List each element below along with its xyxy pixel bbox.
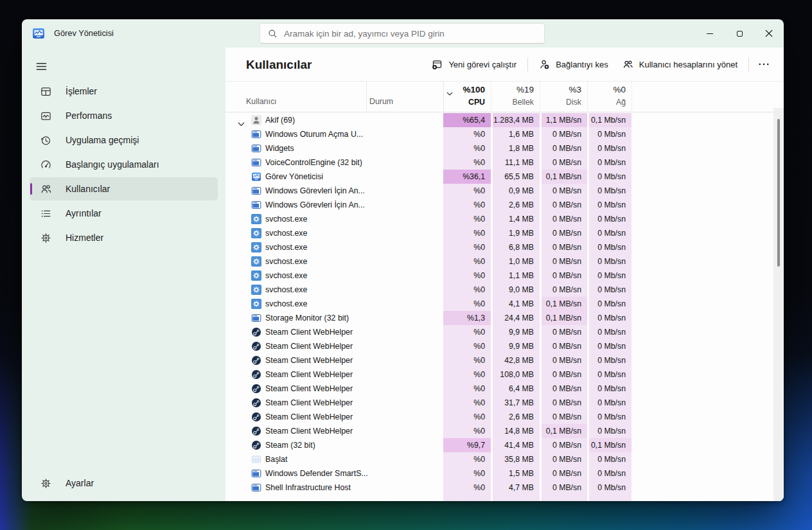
table-row[interactable]: Steam (32 bit) %9,7 41,4 MB 0 MB/sn 0,1 … bbox=[225, 438, 784, 452]
disk-cell: 0 MB/sn bbox=[542, 198, 587, 212]
column-header-memory[interactable]: %19 Bellek bbox=[493, 82, 540, 112]
sidebar-item-baslangic-uygulamalari[interactable]: Başlangıç uygulamaları bbox=[30, 153, 218, 176]
sidebar-item-ayarlar[interactable]: Ayarlar bbox=[30, 472, 218, 495]
toolbar-button-new-task[interactable]: Yeni görevi çalıştır bbox=[425, 54, 524, 75]
vertical-scrollbar[interactable] bbox=[773, 108, 784, 501]
column-separator bbox=[631, 82, 632, 112]
service-gear-icon bbox=[251, 285, 261, 295]
memory-cell: 6,4 MB bbox=[493, 382, 540, 396]
process-name: Steam Client WebHelper bbox=[265, 410, 353, 424]
table-row[interactable]: Steam Client WebHelper %0 14,8 MB 0,1 MB… bbox=[225, 424, 784, 438]
disk-cell: 0 MB/sn bbox=[542, 269, 587, 283]
table-row[interactable]: svchost.exe %0 9,0 MB 0 MB/sn 0 Mb/sn bbox=[225, 283, 784, 297]
memory-cell: 9,0 MB bbox=[493, 283, 540, 297]
network-cell: 0 Mb/sn bbox=[589, 283, 631, 297]
table-row[interactable]: Windows Görevleri İçin An... %0 0,9 MB 0… bbox=[225, 184, 784, 198]
process-name: svchost.exe bbox=[265, 226, 307, 240]
process-name: svchost.exe bbox=[265, 212, 307, 226]
column-header-disk[interactable]: %3 Disk bbox=[542, 82, 587, 112]
process-name: Windows Defender SmartS... bbox=[265, 466, 368, 481]
scrollbar-thumb[interactable] bbox=[777, 119, 780, 267]
table-row[interactable]: Akif (69) %65,4 1.283,4 MB 1,1 MB/sn 0,1… bbox=[225, 113, 784, 127]
table-row[interactable]: svchost.exe %0 6,8 MB 0 MB/sn 0 Mb/sn bbox=[225, 240, 784, 254]
disconnect-user-icon bbox=[539, 59, 550, 70]
table-row[interactable]: Steam Client WebHelper %0 2,6 MB 0 MB/sn… bbox=[225, 410, 784, 424]
disk-cell: 0 MB/sn bbox=[542, 466, 587, 481]
steam-icon bbox=[251, 440, 261, 450]
processes-icon bbox=[40, 85, 53, 98]
column-header-network[interactable]: %0 Ağ bbox=[589, 82, 631, 112]
disk-cell: 0 MB/sn bbox=[542, 141, 587, 155]
network-cell bbox=[589, 495, 631, 501]
disk-cell: 0 MB/sn bbox=[542, 212, 587, 226]
table-row[interactable]: VoiceControlEngine (32 bit) %0 11,1 MB 0… bbox=[225, 155, 784, 170]
memory-cell: 9,9 MB bbox=[493, 325, 540, 339]
process-name: Widgets bbox=[265, 141, 294, 155]
table-row[interactable]: svchost.exe %0 1,9 MB 0 MB/sn 0 Mb/sn bbox=[225, 226, 784, 240]
column-header-cpu[interactable]: %100 CPU bbox=[443, 82, 491, 112]
table-row[interactable]: Windows Görevleri İçin An... %0 2,6 MB 0… bbox=[225, 198, 784, 212]
table-row[interactable]: Steam Client WebHelper %0 9,9 MB 0 MB/sn… bbox=[225, 339, 784, 353]
toolbar-button-manage-accounts[interactable]: Kullanıcı hesaplarını yönet bbox=[615, 54, 745, 75]
table-row[interactable]: svchost.exe %0 1,4 MB 0 MB/sn 0 Mb/sn bbox=[225, 212, 784, 226]
sidebar-item-islemler[interactable]: İşlemler bbox=[30, 80, 218, 103]
sidebar-item-uygulama-gecmisi[interactable]: Uygulama geçmişi bbox=[30, 128, 218, 152]
cpu-cell: %36,1 bbox=[443, 170, 491, 184]
table-row[interactable]: Başlat %0 35,8 MB 0 MB/sn 0 Mb/sn bbox=[225, 452, 784, 466]
search-input[interactable] bbox=[284, 29, 536, 39]
memory-cell: 1,0 MB bbox=[493, 254, 540, 269]
network-cell: 0 Mb/sn bbox=[589, 353, 631, 367]
sidebar-item-ayrintilar[interactable]: Ayrıntılar bbox=[30, 202, 218, 225]
memory-cell: 1.283,4 MB bbox=[493, 113, 540, 127]
disk-cell: 0 MB/sn bbox=[542, 339, 587, 353]
more-options-button[interactable] bbox=[753, 54, 775, 75]
service-gear-icon bbox=[251, 214, 261, 224]
table-row[interactable]: Windows Defender SmartS... %0 1,5 MB 0 M… bbox=[225, 466, 784, 481]
cpu-cell: %0 bbox=[443, 184, 491, 198]
table-row[interactable]: Steam Client WebHelper %0 31,7 MB 0 MB/s… bbox=[225, 396, 784, 410]
minimize-button[interactable] bbox=[695, 19, 725, 48]
table-row[interactable]: Steam Client WebHelper %0 42,8 MB 0 MB/s… bbox=[225, 353, 784, 367]
process-name: Steam Client WebHelper bbox=[265, 396, 353, 410]
table-row[interactable]: Steam Client WebHelper %0 9,9 MB 0 MB/sn… bbox=[225, 325, 784, 339]
maximize-button[interactable] bbox=[725, 19, 754, 48]
memory-cell: 6,8 MB bbox=[493, 240, 540, 254]
sidebar-item-performans[interactable]: Performans bbox=[30, 104, 218, 127]
memory-cell: 4,1 MB bbox=[493, 297, 540, 311]
table-row[interactable]: Storage Monitor (32 bit) %1,3 24,4 MB 0,… bbox=[225, 311, 784, 325]
table-row[interactable]: svchost.exe %0 1,1 MB 0 MB/sn 0 Mb/sn bbox=[225, 269, 784, 283]
disk-cell: 0 MB/sn bbox=[542, 240, 587, 254]
table-row[interactable]: Steam Client WebHelper %0 108,0 MB 0 MB/… bbox=[225, 367, 784, 382]
cpu-cell: %9,7 bbox=[443, 438, 491, 452]
hamburger-icon bbox=[35, 60, 48, 73]
disk-cell: 0 MB/sn bbox=[542, 127, 587, 141]
cpu-cell: %0 bbox=[443, 466, 491, 481]
cpu-cell: %0 bbox=[443, 141, 491, 155]
memory-cell: 1,5 MB bbox=[493, 466, 540, 481]
network-cell: 0 Mb/sn bbox=[589, 226, 631, 240]
search-box[interactable] bbox=[260, 23, 545, 44]
hamburger-menu-button[interactable] bbox=[28, 55, 54, 77]
table-row[interactable]: svchost.exe %0 4,1 MB 0,1 MB/sn 0 Mb/sn bbox=[225, 297, 784, 311]
table-row[interactable]: Steam Client WebHelper %0 6,4 MB 0 MB/sn… bbox=[225, 382, 784, 396]
expand-chevron-icon[interactable] bbox=[238, 118, 245, 123]
disk-cell: 0 MB/sn bbox=[542, 353, 587, 367]
table-row[interactable]: Shell Infrastructure Host %0 4,7 MB 0 MB… bbox=[225, 481, 784, 495]
table-row[interactable]: Görev Yöneticisi %36,1 65,5 MB 0,1 MB/sn… bbox=[225, 170, 784, 184]
search-icon bbox=[268, 29, 278, 39]
table-row[interactable]: svchost.exe %0 1,0 MB 0 MB/sn 0 Mb/sn bbox=[225, 254, 784, 269]
table-row[interactable]: Widgets %0 1,8 MB 0 MB/sn 0 Mb/sn bbox=[225, 141, 784, 155]
sidebar-nav: İşlemler Performans Uygulama geçmişi Baş… bbox=[22, 78, 225, 251]
column-header-status[interactable]: Durum bbox=[369, 97, 393, 106]
sidebar-item-kullanicilar[interactable]: Kullanıcılar bbox=[30, 177, 218, 200]
close-button[interactable] bbox=[754, 19, 784, 48]
disk-cell: 0 MB/sn bbox=[542, 410, 587, 424]
column-header-user[interactable]: Kullanıcı bbox=[246, 97, 277, 106]
sidebar-item-hizmetler[interactable]: Hizmetler bbox=[30, 226, 218, 249]
table-row[interactable]: Windows Oturum Açma U... %0 1,6 MB 0 MB/… bbox=[225, 127, 784, 141]
toolbar-button-disconnect[interactable]: Bağlantıyı kes bbox=[532, 54, 615, 75]
memory-cell: 2,6 MB bbox=[493, 198, 540, 212]
service-gear-icon bbox=[251, 242, 261, 252]
table-row[interactable] bbox=[225, 495, 784, 501]
column-separator bbox=[540, 82, 540, 112]
